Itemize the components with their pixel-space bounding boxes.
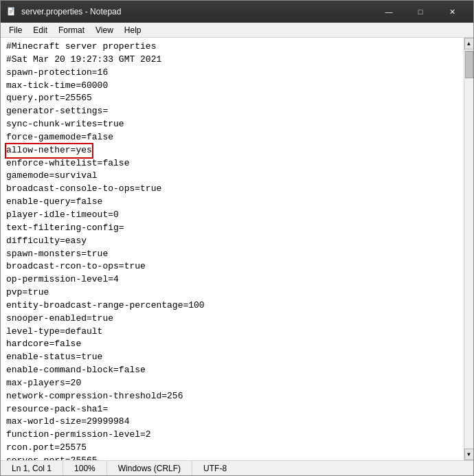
editor-line: network-compression-threshold=256	[6, 390, 458, 403]
editor-line: resource-pack-sha1=	[6, 403, 458, 416]
editor-line: broadcast-console-to-ops=true	[6, 183, 458, 196]
app-icon	[6, 6, 17, 17]
menu-view[interactable]: View	[90, 23, 119, 37]
editor-line: rcon.port=25575	[6, 442, 458, 455]
editor-line: difficulty=easy	[6, 235, 458, 248]
menu-file[interactable]: File	[3, 23, 27, 37]
scroll-down-button[interactable]: ▼	[464, 449, 474, 460]
scroll-thumb[interactable]	[465, 51, 473, 78]
editor-line: op-permission-level=4	[6, 273, 458, 286]
zoom-level: 100%	[63, 461, 107, 475]
editor-line: enforce-whitelist=false	[6, 157, 458, 170]
scroll-up-button[interactable]: ▲	[464, 38, 474, 49]
line-ending: Windows (CRLF)	[107, 461, 192, 475]
minimize-button[interactable]: —	[373, 1, 405, 23]
title-bar: server.properties - Notepad — □ ✕	[1, 1, 473, 23]
editor-line: enable-command-block=false	[6, 364, 458, 377]
editor-line: player-idle-timeout=0	[6, 209, 458, 222]
editor-line: #Sat Mar 20 19:27:33 GMT 2021	[6, 54, 458, 67]
editor-line: text-filtering-config=	[6, 222, 458, 235]
editor-line: generator-settings=	[6, 105, 458, 118]
position-label: Ln 1, Col 1	[12, 464, 52, 473]
editor-line: pvp=true	[6, 286, 458, 299]
editor-line: enable-query=false	[6, 196, 458, 209]
menu-format[interactable]: Format	[53, 23, 90, 37]
editor-line: entity-broadcast-range-percentage=100	[6, 299, 458, 313]
editor-line: enable-status=true	[6, 351, 458, 364]
editor-line: hardcore=false	[6, 338, 458, 351]
editor-line: broadcast-rcon-to-ops=true	[6, 260, 458, 273]
cursor-position: Ln 1, Col 1	[1, 461, 63, 475]
window-title: server.properties - Notepad	[21, 7, 373, 16]
editor-line: server-port=25565	[6, 455, 458, 460]
editor-line: allow-nether=yes	[6, 144, 458, 157]
editor-line: force-gamemode=false	[6, 131, 458, 144]
editor-area[interactable]: #Minecraft server properties #Sat Mar 20…	[1, 38, 464, 460]
editor-line: snooper-enabled=true	[6, 313, 458, 326]
editor-line: level-type=default	[6, 326, 458, 339]
highlighted-line: allow-nether=yes	[6, 144, 92, 157]
editor-line: spawn-monsters=true	[6, 248, 458, 261]
svg-rect-1	[12, 8, 14, 10]
encoding-label: UTF-8	[203, 464, 227, 473]
maximize-button[interactable]: □	[405, 1, 436, 23]
menu-help[interactable]: Help	[119, 23, 147, 37]
menu-bar: File Edit Format View Help	[1, 23, 473, 38]
status-bar: Ln 1, Col 1 100% Windows (CRLF) UTF-8	[1, 460, 473, 475]
editor-line: max-players=20	[6, 377, 458, 390]
menu-edit[interactable]: Edit	[27, 23, 53, 37]
close-button[interactable]: ✕	[436, 1, 468, 23]
encoding: UTF-8	[192, 461, 238, 475]
editor-line: #Minecraft server properties	[6, 41, 458, 54]
editor-line: function-permission-level=2	[6, 429, 458, 442]
zoom-label: 100%	[74, 464, 95, 473]
editor-line: sync-chunk-writes=true	[6, 118, 458, 131]
editor-line: query.port=25565	[6, 92, 458, 105]
notepad-window: server.properties - Notepad — □ ✕ File E…	[0, 0, 474, 476]
editor-container: #Minecraft server properties #Sat Mar 20…	[1, 38, 473, 460]
vertical-scrollbar[interactable]: ▲ ▼	[464, 38, 473, 460]
scroll-track[interactable]	[464, 49, 474, 449]
window-controls: — □ ✕	[373, 1, 468, 23]
editor-line: max-world-size=29999984	[6, 416, 458, 429]
line-ending-label: Windows (CRLF)	[118, 464, 181, 473]
editor-line: max-tick-time=60000	[6, 80, 458, 93]
editor-line: spawn-protection=16	[6, 67, 458, 80]
editor-line: gamemode=survival	[6, 170, 458, 183]
